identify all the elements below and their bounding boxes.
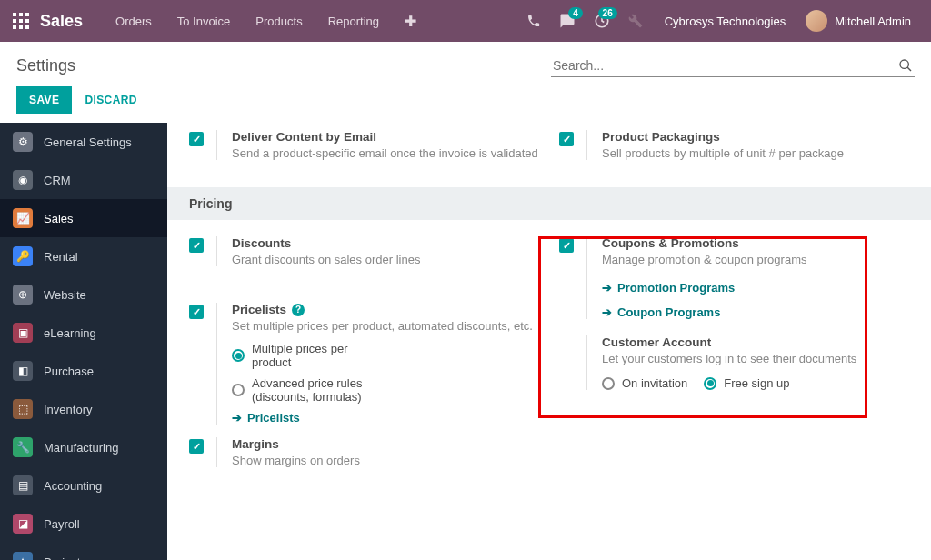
svg-rect-0 xyxy=(13,13,16,16)
svg-rect-1 xyxy=(19,13,23,16)
sidebar-item-sales[interactable]: 📈Sales xyxy=(0,199,167,237)
setting-title: Customer Account xyxy=(602,335,909,349)
activities-badge: 26 xyxy=(598,7,617,19)
svg-rect-8 xyxy=(25,25,29,29)
sidebar-item-label: Inventory xyxy=(44,403,92,416)
search-input[interactable] xyxy=(551,55,915,76)
checkbox-pricelists[interactable] xyxy=(189,305,204,319)
chart-icon: 📈 xyxy=(13,208,33,228)
nav-reporting[interactable]: Reporting xyxy=(315,15,392,28)
help-icon[interactable]: ? xyxy=(292,304,305,316)
sidebar-item-crm[interactable]: ◉CRM xyxy=(0,161,167,199)
save-button[interactable]: SAVE xyxy=(16,86,72,114)
discard-button[interactable]: DISCARD xyxy=(85,94,136,106)
messages-icon[interactable]: 4 xyxy=(550,13,585,29)
nav-products[interactable]: Products xyxy=(243,15,315,28)
checkbox-discounts[interactable] xyxy=(189,238,204,253)
setting-packagings: Product Packagings Sell products by mult… xyxy=(559,130,909,160)
wrench-icon: 🔧 xyxy=(13,437,33,457)
user-name: Mitchell Admin xyxy=(835,15,911,28)
sidebar-item-payroll[interactable]: ◪Payroll xyxy=(0,505,167,543)
sidebar-item-manufacturing[interactable]: 🔧Manufacturing xyxy=(0,428,167,466)
setting-title: Deliver Content by Email xyxy=(232,130,539,144)
globe-icon: ⊕ xyxy=(13,285,33,305)
setting-desc: Show margins on orders xyxy=(232,454,539,467)
new-menu-icon[interactable]: ✚ xyxy=(392,13,429,30)
nav-orders[interactable]: Orders xyxy=(103,15,165,28)
link-promotion-programs[interactable]: ➔Promotion Programs xyxy=(602,281,909,295)
action-bar: SAVE DISCARD xyxy=(0,86,931,123)
link-coupon-programs[interactable]: ➔Coupon Programs xyxy=(602,305,909,319)
handshake-icon: ◉ xyxy=(13,170,33,190)
arrow-right-icon: ➔ xyxy=(602,281,612,295)
sidebar-item-label: CRM xyxy=(44,174,71,187)
setting-desc: Send a product-specific email once the i… xyxy=(232,146,539,160)
debug-icon[interactable] xyxy=(619,14,652,28)
sidebar-item-project[interactable]: ✦Project xyxy=(0,543,167,560)
settings-panel: Deliver Content by Email Send a product-… xyxy=(167,123,931,560)
sidebar-item-label: Manufacturing xyxy=(44,441,118,455)
radio-icon xyxy=(232,384,245,396)
search-box[interactable] xyxy=(551,55,915,77)
setting-discounts: Discounts Grant discounts on sales order… xyxy=(189,236,539,266)
top-navbar: Sales Orders To Invoice Products Reporti… xyxy=(0,0,931,42)
svg-rect-5 xyxy=(25,19,29,23)
subheader: Settings xyxy=(0,42,931,86)
arrow-right-icon: ➔ xyxy=(232,411,242,425)
checkbox-coupons[interactable] xyxy=(559,238,574,253)
setting-title: Discounts xyxy=(232,236,539,250)
sidebar-item-accounting[interactable]: ▤Accounting xyxy=(0,466,167,505)
radio-advanced-rules[interactable]: Advanced price rules (discounts, formula… xyxy=(232,376,539,404)
sidebar-item-general[interactable]: ⚙General Settings xyxy=(0,123,167,161)
setting-margins: Margins Show margins on orders xyxy=(189,437,539,467)
key-icon: 🔑 xyxy=(13,246,33,266)
sidebar-item-label: eLearning xyxy=(44,326,96,340)
sidebar-item-purchase[interactable]: ◧Purchase xyxy=(0,352,167,390)
setting-title: Margins xyxy=(232,437,539,451)
link-pricelists[interactable]: ➔Pricelists xyxy=(232,411,539,425)
svg-rect-7 xyxy=(19,25,23,29)
search-icon[interactable] xyxy=(898,58,913,73)
radio-free-signup[interactable]: Free sign up xyxy=(704,376,789,390)
sidebar-item-label: Accounting xyxy=(44,479,102,493)
radio-multiple-prices[interactable]: Multiple prices per product xyxy=(232,342,539,369)
svg-rect-6 xyxy=(13,25,16,29)
svg-rect-3 xyxy=(13,19,16,23)
activities-icon[interactable]: 26 xyxy=(585,13,619,29)
setting-desc: Grant discounts on sales order lines xyxy=(232,253,539,266)
checkbox-deliver-email[interactable] xyxy=(189,132,204,146)
setting-title: Product Packagings xyxy=(602,130,909,144)
setting-deliver-email: Deliver Content by Email Send a product-… xyxy=(189,130,539,160)
pricelist-mode-radios: Multiple prices per product Advanced pri… xyxy=(232,342,539,404)
company-switcher[interactable]: Cybrosys Technologies xyxy=(652,15,798,28)
messages-badge: 4 xyxy=(568,7,583,19)
svg-rect-4 xyxy=(19,19,23,23)
sidebar-item-label: Rental xyxy=(44,250,78,264)
page-title: Settings xyxy=(16,56,75,75)
app-brand[interactable]: Sales xyxy=(40,12,83,31)
sidebar-item-label: Sales xyxy=(44,212,74,225)
radio-on-invitation[interactable]: On invitation xyxy=(602,376,687,390)
checkbox-packagings[interactable] xyxy=(559,132,574,146)
radio-icon xyxy=(704,377,716,390)
people-icon: ◪ xyxy=(13,514,33,534)
phone-icon[interactable] xyxy=(517,14,550,28)
sidebar-item-elearning[interactable]: ▣eLearning xyxy=(0,314,167,352)
setting-desc: Set multiple prices per product, automat… xyxy=(232,319,539,333)
apps-icon[interactable] xyxy=(13,13,29,29)
customer-account-radios: On invitation Free sign up xyxy=(602,376,909,390)
sidebar-item-rental[interactable]: 🔑Rental xyxy=(0,237,167,275)
ledger-icon: ▤ xyxy=(13,475,33,495)
svg-rect-2 xyxy=(25,13,29,16)
checkbox-margins[interactable] xyxy=(189,439,204,454)
setting-pricelists: Pricelists ? Set multiple prices per pro… xyxy=(189,303,539,425)
cart-icon: ◧ xyxy=(13,361,33,381)
user-menu[interactable]: Mitchell Admin xyxy=(798,10,918,32)
sidebar-item-label: Purchase xyxy=(44,365,94,378)
nav-to-invoice[interactable]: To Invoice xyxy=(165,15,244,28)
setting-coupons: Coupons & Promotions Manage promotion & … xyxy=(559,236,909,319)
sidebar-item-inventory[interactable]: ⬚Inventory xyxy=(0,390,167,428)
section-pricing: Pricing xyxy=(167,187,931,220)
sidebar-item-website[interactable]: ⊕Website xyxy=(0,275,167,314)
setting-title: Pricelists ? xyxy=(232,303,539,316)
